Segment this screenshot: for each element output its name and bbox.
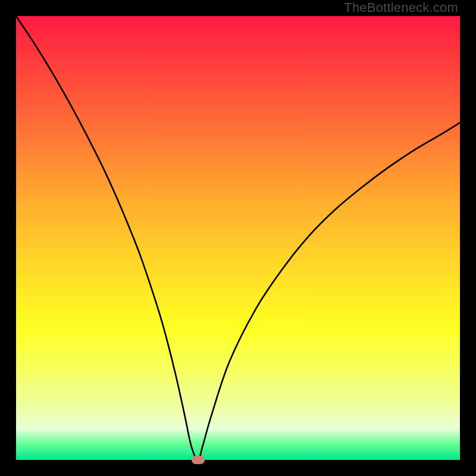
curve-minimum-marker xyxy=(192,456,205,464)
chart-frame: TheBottleneck.com xyxy=(0,0,476,476)
plot-area xyxy=(16,16,460,460)
bottleneck-curve xyxy=(16,16,460,460)
watermark-text: TheBottleneck.com xyxy=(344,0,458,15)
